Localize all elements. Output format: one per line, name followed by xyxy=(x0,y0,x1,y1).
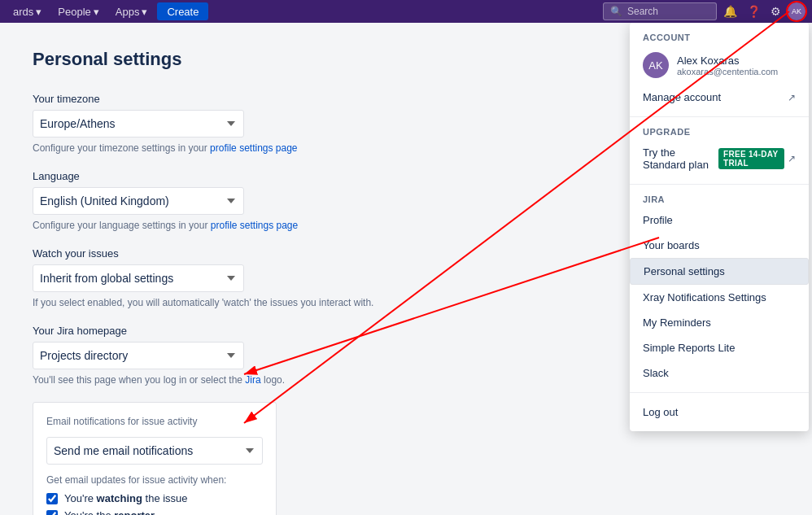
account-section-label: ACCOUNT xyxy=(630,29,809,46)
nav-item-apps[interactable]: Apps ▾ xyxy=(109,0,155,23)
email-notifications-box: Email notifications for issue activity S… xyxy=(33,402,277,515)
language-label: Language xyxy=(33,170,553,182)
user-avatar-button[interactable]: AK xyxy=(788,2,805,20)
timezone-hint: Configure your timezone settings in your… xyxy=(33,142,553,154)
chevron-icon-apps: ▾ xyxy=(142,6,147,18)
jira-section: JIRA Profile Your boards Personal settin… xyxy=(630,185,809,393)
watch-issues-field: Watch your issues Inherit from global se… xyxy=(33,247,553,308)
search-box[interactable]: 🔍 xyxy=(603,2,717,20)
language-field: Language English (United Kingdom) Config… xyxy=(33,170,553,231)
avatar-initials: AK xyxy=(792,7,801,15)
nav-label-boards: ards xyxy=(13,6,33,18)
logout-section: Log out xyxy=(630,393,809,431)
user-info: AK Alex Koxaras akoxaras@cententia.com xyxy=(630,46,809,85)
upgrade-section: UPGRADE Try the Standard plan FREE 14-DA… xyxy=(630,117,809,185)
page-title: Personal settings xyxy=(33,49,553,70)
dropdown-user-email: akoxaras@cententia.com xyxy=(677,67,778,76)
manage-account-link[interactable]: Manage account ↗ xyxy=(630,85,809,110)
language-profile-link[interactable]: profile settings page xyxy=(211,220,298,231)
homepage-label: Your Jira homepage xyxy=(33,325,553,337)
main-content: Personal settings Your timezone Europe/A… xyxy=(0,23,586,515)
timezone-profile-link[interactable]: profile settings page xyxy=(210,142,297,154)
checkbox-reporter-label[interactable]: You're the reporter xyxy=(64,509,155,515)
dropdown-user-name: Alex Koxaras xyxy=(677,55,778,67)
account-dropdown: ACCOUNT AK Alex Koxaras akoxaras@centent… xyxy=(630,23,809,431)
homepage-jira-link[interactable]: Jira xyxy=(245,374,260,386)
notifications-icon[interactable]: 🔔 xyxy=(720,3,740,20)
settings-icon[interactable]: ⚙ xyxy=(767,3,784,20)
try-standard-link[interactable]: Try the Standard plan FREE 14-DAY TRIAL … xyxy=(630,140,809,177)
menu-item-profile[interactable]: Profile xyxy=(630,207,809,233)
chevron-icon-boards: ▾ xyxy=(36,6,41,18)
menu-item-personal-settings[interactable]: Personal settings xyxy=(630,258,809,285)
email-notifications-select[interactable]: Send me email notifications xyxy=(46,437,263,465)
search-input[interactable] xyxy=(627,6,709,17)
menu-item-reminders[interactable]: My Reminders xyxy=(630,310,809,335)
nav-item-people[interactable]: People ▾ xyxy=(51,0,105,23)
search-icon: 🔍 xyxy=(610,6,622,17)
checkbox-reporter-input[interactable] xyxy=(46,510,58,516)
upgrade-external-icon: ↗ xyxy=(788,153,796,164)
menu-item-slack[interactable]: Slack xyxy=(630,360,809,386)
checkbox-reporter: You're the reporter xyxy=(46,509,263,515)
homepage-field: Your Jira homepage Projects directory Yo… xyxy=(33,325,553,386)
jira-section-label: JIRA xyxy=(630,191,809,207)
homepage-hint: You'll see this page when you log in or … xyxy=(33,374,553,386)
email-box-title: Email notifications for issue activity xyxy=(46,416,263,427)
external-link-icon: ↗ xyxy=(788,92,796,103)
dropdown-avatar: AK xyxy=(643,52,669,78)
topnav: ards ▾ People ▾ Apps ▾ Create 🔍 🔔 ❓ ⚙ AK xyxy=(0,0,812,23)
watch-issues-select[interactable]: Inherit from global settings xyxy=(33,264,244,292)
timezone-label: Your timezone xyxy=(33,93,553,105)
upgrade-section-label: UPGRADE xyxy=(630,124,809,140)
nav-label-people: People xyxy=(58,6,90,18)
menu-item-xray[interactable]: Xray Notifications Settings xyxy=(630,285,809,310)
watch-issues-label: Watch your issues xyxy=(33,247,553,260)
help-icon[interactable]: ❓ xyxy=(744,3,764,20)
create-button[interactable]: Create xyxy=(157,2,208,20)
chevron-icon-people: ▾ xyxy=(94,6,99,18)
nav-label-apps: Apps xyxy=(116,6,140,18)
checkboxes-title: Get email updates for issue activity whe… xyxy=(46,474,263,486)
checkbox-watching-input[interactable] xyxy=(46,493,58,504)
trial-badge: FREE 14-DAY TRIAL xyxy=(718,148,784,169)
nav-right: 🔍 🔔 ❓ ⚙ AK xyxy=(603,2,805,20)
timezone-field: Your timezone Europe/Athens Configure yo… xyxy=(33,93,553,154)
checkbox-watching: You're watching the issue xyxy=(46,492,263,504)
checkbox-watching-label[interactable]: You're watching the issue xyxy=(64,492,188,504)
menu-item-simple-reports[interactable]: Simple Reports Lite xyxy=(630,335,809,360)
logout-link[interactable]: Log out xyxy=(630,399,809,425)
language-hint: Configure your language settings in your… xyxy=(33,220,553,231)
menu-item-boards[interactable]: Your boards xyxy=(630,233,809,258)
watch-issues-hint: If you select enabled, you will automati… xyxy=(33,297,553,308)
nav-left: ards ▾ People ▾ Apps ▾ Create xyxy=(7,0,208,23)
nav-item-boards[interactable]: ards ▾ xyxy=(7,0,48,23)
timezone-select[interactable]: Europe/Athens xyxy=(33,110,244,137)
language-select[interactable]: English (United Kingdom) xyxy=(33,187,244,215)
homepage-select[interactable]: Projects directory xyxy=(33,342,244,369)
account-section: ACCOUNT AK Alex Koxaras akoxaras@centent… xyxy=(630,23,809,117)
